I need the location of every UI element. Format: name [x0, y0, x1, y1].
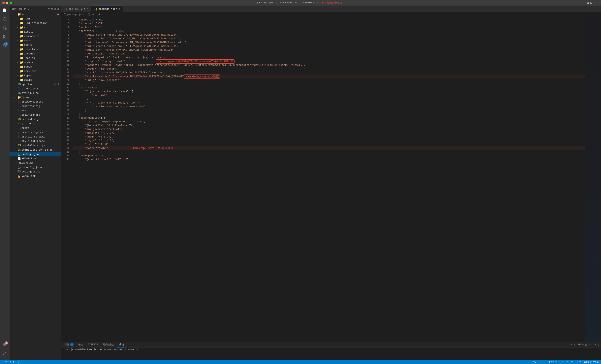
code-line-6: "author": "HST",: [73, 25, 585, 29]
remote-icon[interactable]: 1: [1, 341, 9, 348]
sidebar-item-typing-d-ts[interactable]: TS typing.d.ts: [10, 91, 61, 95]
sidebar-item-npmrc[interactable]: · .npmrc: [10, 126, 61, 130]
panel-tab-gitlens[interactable]: GITLENS: [86, 342, 100, 347]
terminal-split-icon[interactable]: ⊞: [582, 343, 583, 346]
sidebar-item-env[interactable]: · .env: [10, 108, 61, 113]
status-csdn[interactable]: CSDN @ 鱼先森: [584, 360, 599, 364]
code-line-15: "prepare": "husky install", npm run rapp…: [73, 59, 585, 63]
svg-line-1: [6, 20, 6, 21]
svg-point-12: [4, 352, 6, 353]
new-folder-icon[interactable]: ⊕: [51, 7, 53, 10]
panel-dropdown-icon[interactable]: ∨: [573, 343, 575, 346]
status-warnings[interactable]: ⚠ 0: [18, 361, 21, 363]
refresh-icon[interactable]: ↺: [54, 7, 56, 10]
code-line-8: "build:beta": "cross-env UMI_ENV=beta PL…: [73, 33, 585, 37]
titlebar-annotation: 可以参考我的这个项目: [316, 1, 342, 5]
terminal-chevron-down-icon[interactable]: ∨: [598, 343, 599, 346]
sidebar-item-yarn-lock[interactable]: 🔒 yarn.lock: [10, 174, 61, 178]
sidebar-item-stylelintrc[interactable]: JS .stylelintrc.js: [10, 143, 61, 148]
sidebar-item-umi-production[interactable]: ▸ 📁 .umi-production: [10, 21, 61, 25]
sidebar-item-locales[interactable]: ▸ 📁 locales: [10, 56, 61, 60]
tab-close-package-json[interactable]: ×: [118, 8, 120, 11]
search-icon[interactable]: [1, 15, 9, 23]
maximize-button[interactable]: [10, 2, 12, 4]
sidebar-item-assets[interactable]: ▸ 📁 assets: [10, 30, 61, 34]
status-language[interactable]: JSON: [576, 361, 581, 363]
panel-tab-output[interactable]: 输出: [76, 342, 85, 347]
sidebar-item-commitlint[interactable]: JS commitlint.config.js: [10, 148, 61, 152]
layout-icon[interactable]: ⊞: [587, 1, 589, 5]
code-line-12: "build:uat": "cross-env UMI_ENV=uat PLAT…: [73, 48, 585, 52]
sidebar: 文件: HS-SA-... + ⊕ ↺ ⊟ ▾ 📁 src ▸ 📁 .umi ▸…: [10, 6, 61, 360]
collapse-icon[interactable]: ⊟: [57, 7, 59, 10]
new-file-icon[interactable]: +: [48, 7, 50, 10]
tab-package-json[interactable]: {} package.json ×: [91, 6, 123, 12]
close-button[interactable]: [2, 2, 5, 4]
sidebar-item-reademe-md[interactable]: 📄 READEME.md: [10, 156, 61, 161]
terminal-more-icon[interactable]: ···: [589, 343, 594, 346]
tab-app-tsx[interactable]: TS app.tsx 1, M ×: [61, 6, 91, 12]
sidebar-item-utils[interactable]: ▸ 📁 utils: [10, 78, 61, 82]
sidebar-item-models[interactable]: ▸ 📁 models: [10, 60, 61, 65]
minimize-button[interactable]: [6, 2, 8, 4]
code-line-18: "start": "cross-env UMI_ENV=dev PLATFORM…: [73, 71, 585, 75]
sidebar-item-prettierignore[interactable]: · .prettierignore: [10, 130, 61, 135]
code-editor[interactable]: "private": true, "license": "MIT", "auth…: [71, 17, 585, 342]
sidebar-item-global-less[interactable]: {} global.less: [10, 87, 61, 91]
sidebar-item-components[interactable]: ▸ 📁 components: [10, 34, 61, 38]
status-position[interactable]: Ln 38, Col 23: [529, 361, 546, 363]
code-line-26: "**/*.{js,jsx,tsx,ts,less,md,json}": [: [73, 101, 585, 105]
sidebar-item-api[interactable]: ▸ 📁 api: [10, 25, 61, 30]
terminal-content[interactable]: conor@conordeMacBook-Pro hs-sa-web-admin…: [61, 347, 601, 360]
sidebar-item-stylelintignore[interactable]: · .stylelintignore: [10, 139, 61, 143]
status-eol[interactable]: LF: [571, 361, 574, 363]
sidebar-item-hooks[interactable]: ▸ 📁 hooks: [10, 43, 61, 47]
terminal-trash-icon[interactable]: 🗑: [585, 343, 588, 346]
terminal-chevron-up-icon[interactable]: ∧: [595, 343, 596, 346]
files-icon[interactable]: [1, 6, 9, 14]
status-encoding[interactable]: UTF-8: [562, 361, 569, 363]
code-line-37: "qs": "^6.11.0",: [73, 142, 585, 146]
extensions-badge: 3: [5, 42, 8, 45]
status-left: ⑂ master ⊗ 0 ⚠ 0: [2, 361, 21, 363]
sidebar-item-pages[interactable]: ▸ 📁 pages: [10, 65, 61, 69]
sidebar-item-typings-d-ts[interactable]: TS typings.d.ts: [10, 169, 61, 174]
sidebar-item-readme-md[interactable]: ℹ README.md: [10, 161, 61, 165]
status-spaces[interactable]: Spaces: 4: [548, 361, 560, 363]
sidebar-item-package-json[interactable]: {} package.json: [10, 152, 61, 156]
sidebar-item-umi[interactable]: ▸ 📁 .umi: [10, 17, 61, 21]
tab-close-app-tsx[interactable]: ×: [86, 7, 88, 10]
sidebar-item-types[interactable]: ▸ 📁 types: [10, 73, 61, 78]
source-control-icon[interactable]: [1, 24, 9, 32]
status-branch[interactable]: ⑂ master: [2, 361, 11, 363]
sidebar-item-browserslistrc[interactable]: · .browserslistrc: [10, 99, 61, 104]
terminal-prompt: conor@conordeMacBook-Pro hs-sa-web-admin…: [64, 348, 138, 351]
split-icon[interactable]: ⊡: [590, 1, 592, 5]
panel-tab-debug[interactable]: 调试控制台: [100, 342, 116, 347]
run-icon[interactable]: [1, 33, 9, 40]
sidebar-item-src[interactable]: ▾ 📁 src: [10, 12, 61, 17]
sidebar-item-eslintignore[interactable]: · .eslintignore: [10, 113, 61, 117]
account-icon[interactable]: [1, 349, 9, 357]
sidebar-item-services[interactable]: ▸ 📁 services: [10, 69, 61, 73]
extensions-icon[interactable]: 3: [1, 41, 9, 49]
code-line-19: "start-mock-rap": "cross-env UMI_ENV=dev…: [73, 75, 585, 78]
panel-tab-terminal[interactable]: 终端: [117, 342, 126, 347]
sidebar-item-tsconfig[interactable]: {} tsconfig.json: [10, 165, 61, 169]
more-icon[interactable]: ···: [594, 1, 599, 4]
sidebar-item-editorconfig[interactable]: · .editorconfig: [10, 104, 61, 108]
sidebar-item-layouts[interactable]: ▸ 📁 layouts: [10, 51, 61, 56]
sidebar-item-types-root[interactable]: ▸ 📁 types: [10, 95, 61, 99]
status-errors[interactable]: ⊗ 0: [13, 361, 16, 363]
panel-tab-problems[interactable]: 问题 1: [63, 342, 76, 347]
sidebar-item-gitignore[interactable]: · .gitignore: [10, 121, 61, 126]
editor-content[interactable]: 456 7 8910 11121314 15 161718 19 2021222…: [61, 17, 601, 342]
sidebar-item-prettierrc-yaml[interactable]: ! .prettierrc.yaml: [10, 135, 61, 139]
sidebar-header-icons: + ⊕ ↺ ⊟: [48, 7, 59, 10]
sidebar-item-eslintrc[interactable]: JS .eslintrc.js: [10, 117, 61, 121]
sidebar-item-app-tsx[interactable]: TS app.tsx 1, M: [10, 82, 61, 87]
code-line-5: "license": "MIT",: [73, 22, 585, 25]
panel-add-icon[interactable]: +: [571, 343, 572, 346]
sidebar-item-interface[interactable]: ▸ 📁 interface: [10, 47, 61, 51]
sidebar-item-data[interactable]: ▸ 📁 data: [10, 38, 61, 43]
